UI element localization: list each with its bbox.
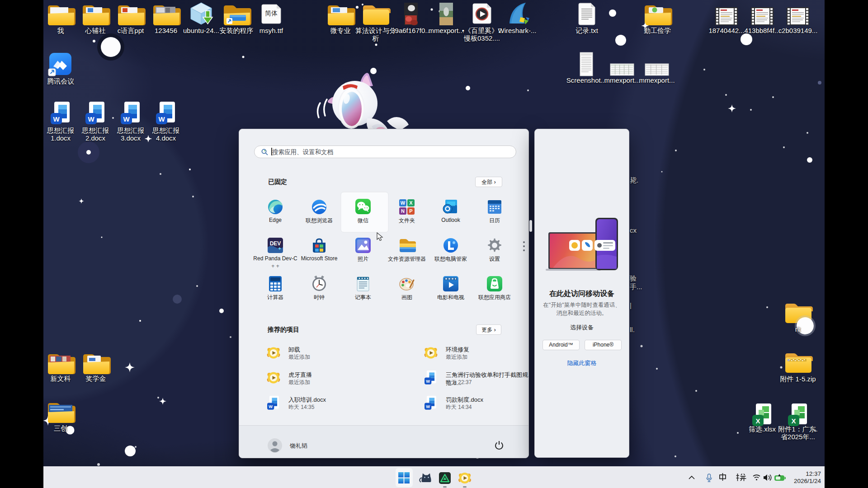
svg-text:N: N [401,208,405,214]
svg-text:P: P [409,208,412,214]
svg-text:W: W [401,200,406,206]
svg-text:X: X [409,200,413,206]
svg-text:DEV: DEV [270,240,281,247]
svg-text:简体: 简体 [265,9,278,17]
